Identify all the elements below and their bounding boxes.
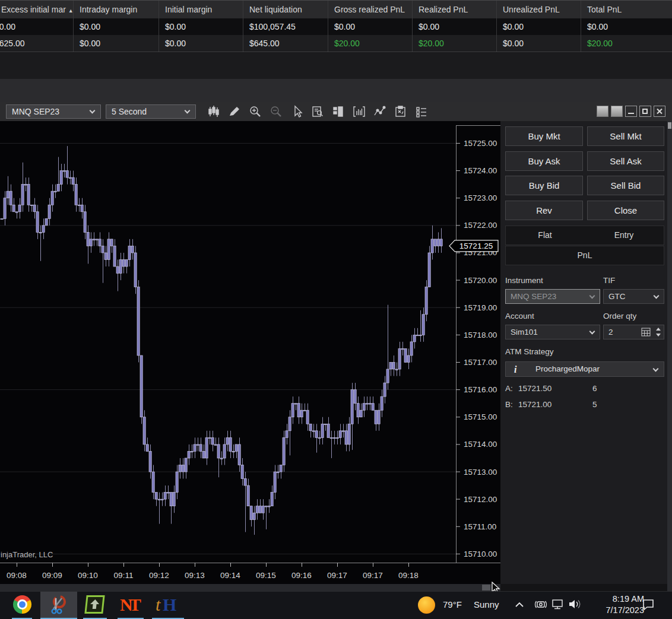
table-cell[interactable]: $0.00 <box>497 18 581 35</box>
table-cell[interactable]: $100,057.45 <box>243 18 328 35</box>
col-header-total-pnl[interactable]: Total PnL <box>581 1 672 18</box>
qty-spinner-down[interactable] <box>656 334 661 337</box>
svg-text:09:18: 09:18 <box>398 571 419 580</box>
info-icon[interactable]: i <box>514 363 516 376</box>
interval-link-button[interactable] <box>611 106 623 117</box>
zoom-in-icon[interactable] <box>248 105 262 118</box>
column-divider <box>328 1 328 52</box>
flat-indicator[interactable]: Flat <box>505 226 585 245</box>
svg-text:15714.00: 15714.00 <box>464 440 497 449</box>
buy-mkt-button[interactable]: Buy Mkt <box>505 126 583 146</box>
interval-selector[interactable]: 5 Second <box>106 104 196 119</box>
sun-icon[interactable] <box>418 596 435 614</box>
table-cell[interactable]: $0.00 <box>74 18 159 35</box>
svg-text:15712.00: 15712.00 <box>464 495 497 504</box>
weather-condition[interactable]: Sunny <box>474 599 499 610</box>
table-row[interactable]: $0.00 <box>0 18 73 35</box>
col-header-net-liquidation[interactable]: Net liquidation <box>243 1 328 18</box>
chevron-down-icon <box>653 366 659 372</box>
col-header-gross-realized-pnl[interactable]: Gross realized PnL <box>328 1 412 18</box>
weather-temp[interactable]: 79°F <box>443 599 462 610</box>
clock-date[interactable]: 7/17/2023 <box>588 605 644 615</box>
reverse-button[interactable]: Rev <box>505 201 583 220</box>
svg-text:15719.00: 15719.00 <box>464 303 497 312</box>
candlestick-style-icon[interactable] <box>207 105 221 118</box>
col-header-intraday-margin[interactable]: Intraday margin <box>74 1 159 18</box>
sell-bid-button[interactable]: Sell Bid <box>587 176 664 195</box>
drawing-tools-icon[interactable] <box>227 105 242 118</box>
action-center-icon[interactable] <box>641 598 655 614</box>
col-header-excess-initial-margin[interactable]: Excess initial mar ▲ <box>0 1 73 18</box>
table-cell[interactable]: $0.00 <box>74 35 159 52</box>
sell-ask-button[interactable]: Sell Ask <box>587 151 664 171</box>
clock-time[interactable]: 8:19 AM <box>588 594 644 604</box>
table-cell[interactable]: $0.00 <box>159 35 243 52</box>
snipping-tool-tile[interactable] <box>40 592 77 618</box>
trading-journal-icon[interactable]: t H <box>154 594 178 615</box>
chrome-icon-center <box>17 599 27 610</box>
table-cell[interactable]: $0.00 <box>413 18 496 35</box>
entry-indicator[interactable]: Entry <box>584 226 664 245</box>
close-button[interactable] <box>654 106 665 117</box>
maximize-button[interactable] <box>639 106 651 117</box>
table-cell[interactable]: $0.00 <box>581 18 672 35</box>
col-header-realized-pnl[interactable]: Realized PnL <box>413 1 496 18</box>
tray-expand-icon[interactable] <box>514 600 525 611</box>
network-icon[interactable] <box>551 598 565 612</box>
volume-icon[interactable] <box>568 598 583 612</box>
svg-text:09:16: 09:16 <box>291 571 312 580</box>
table-cell[interactable]: $0.00 <box>328 18 412 35</box>
panel-scrollbar-thumb[interactable] <box>668 122 671 129</box>
buy-ask-button[interactable]: Buy Ask <box>505 151 583 171</box>
table-cell[interactable]: $20.00 <box>581 35 672 52</box>
indicators-icon[interactable] <box>352 105 366 118</box>
close-position-button[interactable]: Close <box>587 201 664 220</box>
instrument-combo[interactable]: MNQ SEP23 <box>505 289 600 304</box>
pnl-display[interactable]: PnL <box>505 246 664 265</box>
price-chart[interactable]: 15725.0015724.0015723.0015722.0015721.00… <box>0 121 500 584</box>
properties-icon[interactable] <box>414 105 429 118</box>
order-qty-stepper[interactable]: 2 <box>603 325 664 339</box>
ask-quote-label: A: <box>505 384 513 393</box>
chart-trader-icon[interactable] <box>331 105 345 118</box>
drawing-polyline-icon[interactable] <box>373 105 387 118</box>
svg-text:09:09: 09:09 <box>42 571 62 580</box>
screenshot-app-icon[interactable] <box>84 595 104 614</box>
chevron-down-icon <box>589 293 595 299</box>
cursor-icon[interactable] <box>290 105 304 118</box>
buy-bid-button[interactable]: Buy Bid <box>505 176 583 195</box>
col-header-unrealized-pnl[interactable]: Unrealized PnL <box>497 1 581 18</box>
meet-now-icon[interactable] <box>534 598 547 612</box>
chart-hscroll-strip[interactable] <box>0 584 500 591</box>
instrument-selector[interactable]: MNQ SEP23 <box>6 104 101 119</box>
account-combo[interactable]: Sim101 <box>505 325 600 339</box>
zoom-out-icon[interactable] <box>269 105 283 118</box>
qty-spinner-up[interactable] <box>656 328 661 331</box>
table-row[interactable]: $625.00 <box>0 35 73 52</box>
data-box-icon[interactable] <box>310 105 325 118</box>
tif-combo[interactable]: GTC <box>603 289 664 304</box>
chevron-down-icon <box>185 108 191 114</box>
candlestick-plot[interactable]: 15725.0015724.0015723.0015722.0015721.00… <box>0 121 500 584</box>
chrome-icon[interactable] <box>13 595 31 614</box>
sell-mkt-button[interactable]: Sell Mkt <box>587 126 664 146</box>
ninjatrader-icon[interactable]: NT <box>120 595 141 614</box>
panel-scrollbar-track[interactable] <box>667 121 672 591</box>
col-header-initial-margin[interactable]: Initial margin <box>159 1 243 18</box>
close-icon <box>654 106 665 116</box>
column-divider <box>581 1 581 52</box>
strategies-icon[interactable] <box>394 105 408 118</box>
table-cell[interactable]: $0.00 <box>159 18 243 35</box>
table-cell[interactable]: $0.00 <box>497 35 581 52</box>
chevron-down-icon <box>589 329 595 335</box>
chart-hscroll-thumb[interactable] <box>482 585 490 591</box>
atm-strategy-combo[interactable]: i ProchargedMopar <box>505 361 664 377</box>
instrument-link-button[interactable] <box>597 106 608 117</box>
instrument-combo-value: MNQ SEP23 <box>511 292 556 301</box>
svg-text:09:11: 09:11 <box>114 571 134 580</box>
minimize-button[interactable] <box>625 106 637 117</box>
table-cell[interactable]: $20.00 <box>413 35 496 52</box>
calculator-icon[interactable] <box>641 328 651 337</box>
table-cell[interactable]: $645.00 <box>243 35 328 52</box>
table-cell[interactable]: $20.00 <box>328 35 412 52</box>
